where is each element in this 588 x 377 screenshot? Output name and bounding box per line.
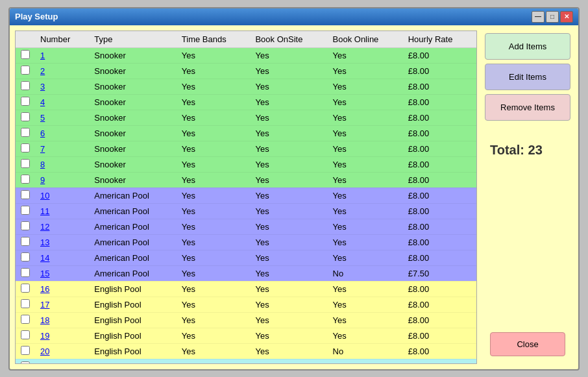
sidebar: Add Items Edit Items Remove Items Total:…	[482, 30, 573, 364]
row-checkbox[interactable]	[21, 66, 30, 75]
row-type: American Pool	[89, 203, 177, 219]
title-bar: Play Setup — □ ✕	[10, 8, 578, 25]
row-time-bands: Yes	[177, 172, 251, 188]
row-checkbox[interactable]	[21, 252, 30, 261]
window-close-button[interactable]: ✕	[560, 11, 573, 23]
remove-items-button[interactable]: Remove Items	[485, 94, 570, 121]
row-time-bands: Yes	[177, 156, 251, 172]
row-type: American Pool	[89, 265, 177, 281]
row-checkbox[interactable]	[21, 346, 30, 355]
row-checkbox[interactable]	[21, 190, 30, 199]
row-checkbox[interactable]	[21, 299, 30, 308]
maximize-button[interactable]: □	[546, 11, 559, 23]
row-checkbox-cell	[16, 172, 35, 188]
close-button[interactable]: Close	[490, 332, 565, 356]
row-hourly-rate: £8.00	[403, 281, 476, 297]
row-number: 21	[35, 359, 89, 364]
table-row: 9SnookerYesYesYes£8.00	[16, 172, 476, 188]
row-checkbox-cell	[16, 328, 35, 343]
row-book-onsite: Yes	[250, 141, 327, 156]
items-table-container[interactable]: Number Type Time Bands Book OnSite Book …	[15, 30, 477, 364]
minimize-button[interactable]: —	[532, 11, 545, 23]
row-hourly-rate: £8.00	[403, 172, 476, 188]
total-value: 23	[528, 143, 543, 157]
row-time-bands: Yes	[177, 94, 251, 110]
row-checkbox-cell	[16, 234, 35, 250]
row-type: Snooker	[89, 94, 177, 110]
add-items-button[interactable]: Add Items	[485, 33, 570, 60]
row-number: 20	[35, 343, 89, 359]
row-checkbox[interactable]	[21, 112, 30, 121]
table-row: 2SnookerYesYesYes£8.00	[16, 63, 476, 79]
row-checkbox[interactable]	[21, 330, 30, 339]
row-book-onsite: Yes	[250, 219, 327, 234]
col-header-bookonline: Book Online	[328, 31, 403, 48]
row-book-online: Yes	[328, 110, 403, 125]
row-book-online: Yes	[328, 94, 403, 110]
close-section: Close	[485, 327, 570, 361]
row-checkbox[interactable]	[21, 128, 30, 137]
row-time-bands: Yes	[177, 328, 251, 343]
row-type: Snooker	[89, 47, 177, 63]
row-number: 19	[35, 328, 89, 343]
row-book-online: Yes	[328, 79, 403, 94]
row-checkbox[interactable]	[21, 159, 30, 168]
table-row: 20English PoolYesYesNo£8.00	[16, 343, 476, 359]
table-row: 17English PoolYesYesYes£8.00	[16, 297, 476, 312]
row-checkbox-cell	[16, 312, 35, 328]
col-header-hourlyrate: Hourly Rate	[403, 31, 476, 48]
row-number: 4	[35, 94, 89, 110]
row-checkbox[interactable]	[21, 143, 30, 152]
row-checkbox[interactable]	[21, 50, 30, 59]
row-type: American Pool	[89, 188, 177, 203]
row-checkbox[interactable]	[21, 175, 30, 184]
row-time-bands: Yes	[177, 297, 251, 312]
row-book-onsite: Yes	[250, 94, 327, 110]
row-hourly-rate: £8.00	[403, 188, 476, 203]
row-checkbox-cell	[16, 110, 35, 125]
row-book-onsite: Yes	[250, 110, 327, 125]
row-checkbox[interactable]	[21, 206, 30, 215]
table-row: 3SnookerYesYesYes£8.00	[16, 79, 476, 94]
row-hourly-rate: £8.00	[403, 219, 476, 234]
row-book-online: Yes	[328, 312, 403, 328]
row-number: 2	[35, 63, 89, 79]
row-type: English Pool	[89, 297, 177, 312]
row-checkbox[interactable]	[21, 284, 30, 293]
row-checkbox[interactable]	[21, 315, 30, 324]
row-book-onsite: Yes	[250, 297, 327, 312]
row-checkbox-cell	[16, 343, 35, 359]
row-checkbox[interactable]	[21, 268, 30, 277]
row-book-onsite: Yes	[250, 172, 327, 188]
row-book-onsite: Yes	[250, 63, 327, 79]
row-type: American Pool	[89, 250, 177, 265]
col-header-bookonsite: Book OnSite	[250, 31, 327, 48]
table-row: 10American PoolYesYesYes£8.00	[16, 188, 476, 203]
row-number: 10	[35, 188, 89, 203]
table-row: 8SnookerYesYesYes£8.00	[16, 156, 476, 172]
row-book-online: Yes	[328, 297, 403, 312]
row-time-bands: Yes	[177, 63, 251, 79]
row-number: 5	[35, 110, 89, 125]
row-hourly-rate: £8.00	[403, 79, 476, 94]
row-hourly-rate: £8.00	[403, 250, 476, 265]
row-hourly-rate: £8.00	[403, 328, 476, 343]
row-type: Snooker	[89, 63, 177, 79]
row-checkbox-cell	[16, 188, 35, 203]
row-checkbox-cell	[16, 250, 35, 265]
row-checkbox[interactable]	[21, 361, 30, 364]
row-book-onsite: Yes	[250, 281, 327, 297]
edit-items-button[interactable]: Edit Items	[485, 64, 570, 90]
row-book-online: Yes	[328, 141, 403, 156]
table-row: 19English PoolYesYesYes£8.00	[16, 328, 476, 343]
row-type: English Pool	[89, 281, 177, 297]
row-type: American Pool	[89, 234, 177, 250]
row-type: Snooker	[89, 79, 177, 94]
row-checkbox[interactable]	[21, 81, 30, 90]
row-checkbox[interactable]	[21, 221, 30, 230]
row-type: American Pool	[89, 219, 177, 234]
row-book-online: Yes	[328, 63, 403, 79]
row-checkbox[interactable]	[21, 237, 30, 246]
row-checkbox[interactable]	[21, 97, 30, 106]
row-hourly-rate: £8.00	[403, 343, 476, 359]
